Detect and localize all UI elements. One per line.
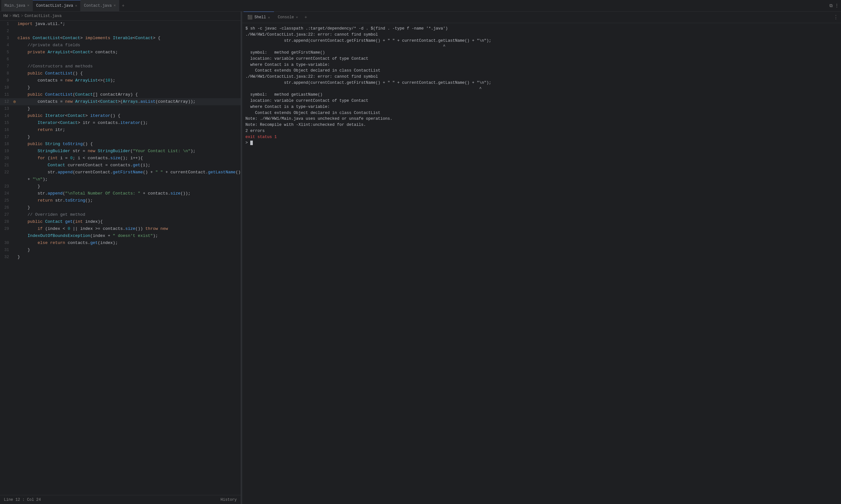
terminal-pane: ⬛ Shell ✕ Console ✕ + ⋮ $ sh -c javac -c… (242, 12, 841, 504)
table-row: 14 public Iterator<Contact> iterator() { (0, 112, 241, 120)
tab-main-java-close[interactable]: ✕ (27, 4, 30, 7)
table-row: 8 public ContactList() { (0, 70, 241, 77)
terminal-line: ^ (245, 44, 445, 49)
terminal-output[interactable]: $ sh -c javac -classpath .:target/depend… (242, 23, 841, 504)
table-row: 20 for (int i = 0; i < contacts.size(); … (0, 155, 241, 162)
tab-shell[interactable]: ⬛ Shell ✕ (244, 12, 274, 23)
tab-shell-close[interactable]: ✕ (268, 15, 270, 20)
add-terminal-tab-button[interactable]: + (302, 15, 310, 20)
code-table: 1 import java.util.*; 2 3 class ContactL… (0, 20, 241, 261)
terminal-line: str.append(currentContact.getFirstName()… (245, 38, 491, 43)
table-row: 19 StringBuilder str = new StringBuilder… (0, 148, 241, 155)
tab-main-java-label: Main.java (4, 3, 25, 8)
table-row: 13 } (0, 105, 241, 112)
table-row: 2 (0, 28, 241, 35)
terminal-line: symbol: method getLastName() (245, 92, 322, 97)
tab-contactlist-java[interactable]: ContactList.java ✕ (33, 0, 81, 11)
tab-contact-java-label: Contact.java (84, 3, 111, 8)
table-row: 3 class ContactList<Contact> implements … (0, 35, 241, 42)
tab-contactlist-java-close[interactable]: ✕ (75, 4, 77, 8)
terminal-line: Note: ./HW/HW1/Main.java uses unchecked … (245, 116, 392, 121)
tab-console-close[interactable]: ✕ (296, 15, 298, 19)
breadcrumb-sep1: > (9, 14, 11, 18)
table-row: 4 //private data fields (0, 42, 241, 49)
table-row: 6 (0, 56, 241, 63)
table-row: 18 public String toString() { (0, 141, 241, 148)
terminal-line: ./HW/HW1/ContactList.java:22: error: can… (245, 74, 378, 79)
table-row: IndexOutOfBoundsException(index + " does… (0, 232, 241, 239)
tab-contactlist-java-label: ContactList.java (36, 3, 73, 8)
table-row: 28 public Contact get(int index){ (0, 218, 241, 226)
breadcrumb: HW > HW1 > ContactList.java (0, 12, 241, 20)
table-row: 9 contacts = new ArrayList<>(10); (0, 77, 241, 84)
breadcrumb-file: ContactList.java (24, 14, 62, 18)
table-row: 1 import java.util.*; (0, 20, 241, 28)
terminal-more-options-icon[interactable]: ⋮ (833, 14, 841, 20)
table-row: 24 str.append("\nTotal Number Of Contact… (0, 190, 241, 197)
code-editor[interactable]: 1 import java.util.*; 2 3 class ContactL… (0, 20, 241, 495)
table-row: 27 // Overriden get method (0, 211, 241, 218)
terminal-line: Contact extends Object declared in class… (245, 111, 380, 115)
terminal-command: $ sh -c javac -classpath .:target/depend… (245, 26, 448, 31)
table-row: 21 Contact currentContact = contacts.get… (0, 162, 241, 169)
terminal-line: where Contact is a type-variable: (245, 105, 330, 109)
terminal-line: location: variable currentContact of typ… (245, 56, 368, 61)
table-row: 11 public ContactList(Contact[] contactA… (0, 91, 241, 98)
status-bar: Line 12 : Col 24 History (0, 495, 241, 504)
table-row: 7 //Constructors and methods (0, 63, 241, 70)
terminal-line: ./HW/HW1/ContactList.java:22: error: can… (245, 32, 378, 37)
table-row: 32 } (0, 254, 241, 261)
tab-console[interactable]: Console ✕ (274, 12, 302, 23)
split-editor-icon[interactable]: ⧉ (829, 3, 833, 8)
table-row: 31 } (0, 247, 241, 254)
table-row: 5 private ArrayList<Contact> contacts; (0, 49, 241, 56)
editor-pane: HW > HW1 > ContactList.java 1 import jav… (0, 12, 241, 504)
terminal-line: Note: Recompile with -Xlint:unchecked fo… (245, 123, 366, 127)
table-row: 15 Iterator<Contact> itr = contacts.iter… (0, 120, 241, 126)
breadcrumb-hw1[interactable]: HW1 (13, 14, 20, 18)
terminal-exit-status: exit status 1 (245, 135, 277, 139)
cursor-position: Line 12 : Col 24 (4, 498, 41, 502)
add-tab-button[interactable]: + (119, 3, 127, 8)
terminal-line: ^ (245, 87, 481, 91)
history-button[interactable]: History (221, 498, 237, 502)
tab-shell-label: Shell (255, 15, 266, 20)
terminal-line: symbol: method getFirstName() (245, 50, 325, 55)
table-row: 12 ◎ contacts = new ArrayList<Contact>(A… (0, 98, 241, 105)
more-options-icon[interactable]: ⋮ (835, 3, 839, 8)
terminal-line: 2 errors (245, 129, 265, 133)
table-row: 16 return itr; (0, 126, 241, 133)
breadcrumb-sep2: > (21, 14, 23, 18)
table-row: 10 } (0, 84, 241, 91)
table-row: 25 return str.toString(); (0, 197, 241, 204)
tab-contact-java[interactable]: Contact.java ✕ (81, 0, 119, 11)
breadcrumb-hw[interactable]: HW (3, 14, 8, 18)
tab-contact-java-close[interactable]: ✕ (114, 4, 116, 7)
table-row: 26 } (0, 204, 241, 211)
table-row: 30 else return contacts.get(index); (0, 239, 241, 247)
table-row: 22 str.append(currentContact.getFirstNam… (0, 169, 241, 176)
main-layout: HW > HW1 > ContactList.java 1 import jav… (0, 12, 841, 504)
terminal-cursor (250, 141, 253, 145)
tab-bar-actions: ⧉ ⋮ (829, 3, 841, 8)
terminal-prompt: > (245, 141, 253, 145)
terminal-line: where Contact is a type-variable: (245, 62, 330, 67)
table-row: 23 } (0, 183, 241, 190)
editor-tab-bar: Main.java ✕ ContactList.java ✕ Contact.j… (0, 0, 841, 12)
terminal-line: str.append(currentContact.getFirstName()… (245, 80, 491, 85)
table-row: 17 } (0, 133, 241, 141)
terminal-tab-bar: ⬛ Shell ✕ Console ✕ + ⋮ (242, 12, 841, 23)
terminal-line: location: variable currentContact of typ… (245, 98, 368, 103)
table-row: + "\n"); (0, 176, 241, 183)
table-row: 29 if (index < 0 || index >= contacts.si… (0, 226, 241, 232)
tab-console-label: Console (278, 15, 294, 20)
tab-main-java[interactable]: Main.java ✕ (1, 0, 33, 11)
terminal-icon: ⬛ (247, 15, 252, 20)
terminal-line: Contact extends Object declared in class… (245, 68, 380, 73)
